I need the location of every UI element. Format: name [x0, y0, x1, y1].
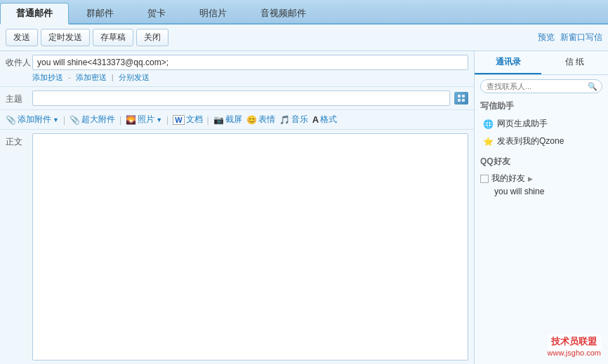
attach-photo[interactable]: 🌄 照片▼: [126, 114, 162, 126]
attach-emoji[interactable]: 😊 表情: [246, 114, 275, 126]
tab-card[interactable]: 贺卡: [131, 3, 182, 23]
paperclip-icon: 📎: [6, 115, 16, 125]
chevron-right-icon: ▶: [528, 175, 533, 182]
large-attach-icon: 📎: [70, 115, 80, 125]
qq-group-my-friends: 我的好友 ▶ you will shine: [475, 170, 608, 201]
emoji-icon: 😊: [246, 115, 257, 125]
qq-group-header[interactable]: 我的好友 ▶: [480, 173, 602, 184]
send-separately-link[interactable]: 分别发送: [119, 73, 150, 81]
subject-icon[interactable]: [454, 92, 468, 105]
sep2: |: [112, 73, 114, 81]
group-checkbox: [480, 175, 489, 183]
photo-icon: 🌄: [126, 115, 136, 125]
recipient-input[interactable]: [32, 55, 468, 70]
recipient-links: 添加抄送 - 添加密送 | 分别发送: [32, 72, 468, 83]
search-icon: 🔍: [588, 82, 597, 91]
write-helper-title: 写信助手: [475, 97, 608, 115]
attach-toolbar: 📎 添加附件▼ | 📎 超大附件 | 🌄 照片▼ | W 文档 | 📷 截屏: [0, 110, 474, 130]
add-cc-link[interactable]: 添加抄送: [32, 73, 63, 81]
save-draft-button[interactable]: 存草稿: [93, 29, 133, 46]
qzone-helper[interactable]: ⭐ 发表到我的Qzone: [475, 133, 608, 150]
contact-search-input[interactable]: [480, 79, 602, 93]
tab-media[interactable]: 音视频邮件: [244, 3, 322, 23]
web-gen-label: 网页生成助手: [497, 118, 548, 130]
attach-music[interactable]: 🎵 音乐: [279, 114, 308, 126]
body-label: 正文: [6, 133, 32, 360]
tab-postcard[interactable]: 明信片: [183, 3, 243, 23]
subject-label: 主题: [6, 91, 32, 105]
svg-rect-0: [458, 95, 461, 97]
attach-attachment[interactable]: 📎 添加附件▼: [6, 114, 59, 126]
toolbar: 发送 定时发送 存草稿 关闭 预览 新窗口写信: [0, 25, 608, 51]
web-icon: 🌐: [483, 119, 494, 129]
doc-icon: W: [173, 115, 184, 125]
preview-link[interactable]: 预览: [538, 32, 555, 43]
tab-group[interactable]: 群邮件: [70, 3, 130, 23]
schedule-send-button[interactable]: 定时发送: [41, 29, 90, 46]
web-gen-helper[interactable]: 🌐 网页生成助手: [475, 115, 608, 133]
new-window-link[interactable]: 新窗口写信: [560, 32, 602, 43]
sidebar-search: 🔍: [480, 79, 602, 93]
friend-item-0[interactable]: you will shine: [480, 184, 602, 198]
qzone-label: 发表到我的Qzone: [497, 135, 564, 147]
qq-group-name: 我的好友: [491, 173, 525, 184]
subject-row: 主题: [0, 87, 474, 110]
attach-format[interactable]: A 格式: [312, 114, 337, 126]
svg-rect-3: [462, 99, 465, 102]
svg-rect-2: [458, 99, 461, 102]
music-icon: 🎵: [279, 115, 290, 125]
sidebar-tabs: 通讯录 信 纸: [475, 51, 608, 75]
body-editor[interactable]: [32, 133, 468, 360]
svg-rect-1: [462, 95, 465, 97]
main-container: 收件人 添加抄送 - 添加密送 | 分别发送 主题: [0, 51, 608, 364]
format-icon: A: [312, 114, 319, 125]
body-row: 正文: [0, 130, 474, 364]
recipient-row: 收件人 添加抄送 - 添加密送 | 分别发送: [0, 51, 474, 87]
attach-large[interactable]: 📎 超大附件: [70, 114, 115, 126]
recipient-label: 收件人: [6, 55, 32, 69]
sidebar-tab-paper[interactable]: 信 纸: [541, 51, 608, 74]
send-button[interactable]: 发送: [6, 29, 38, 46]
recipient-field-content: 添加抄送 - 添加密送 | 分别发送: [32, 55, 468, 83]
tab-bar: 普通邮件 群邮件 贺卡 明信片 音视频邮件: [0, 0, 608, 25]
qq-friends-title: QQ好友: [475, 153, 608, 170]
sidebar: 通讯录 信 纸 🔍 写信助手 🌐 网页生成助手 ⭐ 发表到我的Qzone QQ好…: [475, 51, 608, 364]
sep1: -: [68, 73, 71, 81]
attach-screenshot[interactable]: 📷 截屏: [213, 114, 242, 126]
compose-area: 收件人 添加抄送 - 添加密送 | 分别发送 主题: [0, 51, 475, 364]
tab-normal[interactable]: 普通邮件: [0, 3, 69, 25]
add-bcc-link[interactable]: 添加密送: [76, 73, 107, 81]
screenshot-icon: 📷: [213, 115, 224, 125]
star-icon: ⭐: [483, 137, 494, 147]
subject-input[interactable]: [32, 90, 450, 106]
toolbar-right-links: 预览 新窗口写信: [538, 32, 602, 43]
close-button[interactable]: 关闭: [136, 29, 168, 46]
sidebar-tab-contacts[interactable]: 通讯录: [475, 51, 541, 74]
attach-doc[interactable]: W 文档: [173, 114, 202, 126]
